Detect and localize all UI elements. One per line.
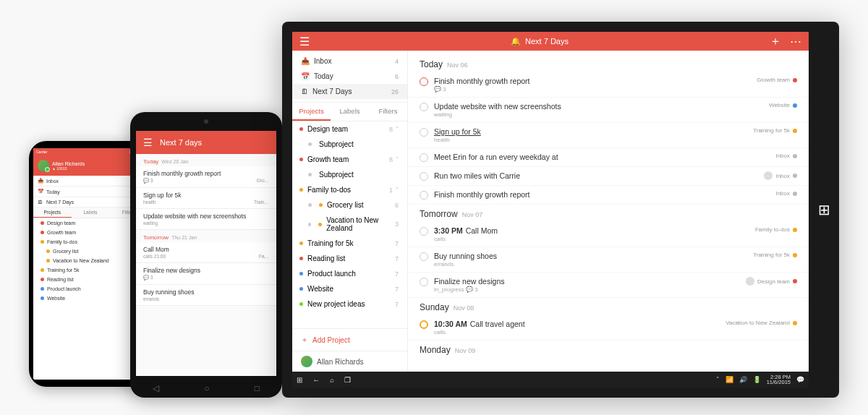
task-row[interactable]: Finish monthly growth report Inbox xyxy=(408,186,809,205)
task-title: Buy running shoes xyxy=(434,252,747,260)
tab-labels[interactable]: Labels xyxy=(72,208,110,218)
app-topbar: ☰ 🔔 Next 7 Days ＋ ⋯ xyxy=(292,32,809,51)
task-row[interactable]: Buy running shoeserrands xyxy=(136,285,276,306)
task-row[interactable]: Finish monthly growth report 💬 3 Growth … xyxy=(408,72,809,98)
task-row[interactable]: Meet Erin for a run every weekday at Inb… xyxy=(408,148,809,167)
hamburger-icon[interactable]: ☰ xyxy=(299,35,310,48)
task-row[interactable]: Run two miles with Carrie Inbox xyxy=(408,167,809,186)
project-color-dot xyxy=(793,174,797,178)
android-nav-buttons: ◁ ○ □ xyxy=(130,383,282,393)
taskview-back-icon[interactable]: ← xyxy=(312,376,320,384)
search-icon[interactable]: ⌕ xyxy=(330,376,334,384)
inbox-icon: 📥 xyxy=(301,57,310,65)
project-color-dot xyxy=(46,249,50,253)
battery-icon[interactable]: 🔋 xyxy=(753,376,761,383)
task-title: 3:30 PMCall Mom xyxy=(434,226,749,235)
bell-icon[interactable]: 🔔 xyxy=(511,37,521,46)
task-row[interactable]: Buy running shoes errands Training for 5… xyxy=(408,247,809,273)
task-row[interactable]: 10:30 AMCall travel agent calls Vacation… xyxy=(408,315,809,341)
username: Allan Richards xyxy=(52,161,85,166)
recent-icon[interactable]: □ xyxy=(255,383,260,393)
task-row[interactable]: Update website with new screenshotswaiti… xyxy=(136,209,276,230)
avatar[interactable] xyxy=(38,160,49,171)
chevron-up-icon[interactable]: ˄ xyxy=(396,156,399,163)
sidebar-nav-inbox[interactable]: 📥Inbox4 xyxy=(292,54,407,69)
task-meta: Inbox xyxy=(764,171,797,180)
chevron-up-icon[interactable]: ˄ xyxy=(396,126,399,132)
tab-projects[interactable]: Projects xyxy=(33,208,72,218)
task-row[interactable]: Call Momcalls 21:00Fa… xyxy=(136,242,276,263)
task-checkbox[interactable] xyxy=(420,191,428,200)
day-header: TomorrowThu 21 Jan xyxy=(136,230,276,242)
sidebar-project[interactable]: Training for 5k7 xyxy=(292,236,407,251)
sidebar-project[interactable]: Product launch7 xyxy=(292,266,407,281)
task-checkbox[interactable] xyxy=(420,320,428,329)
task-checkbox[interactable] xyxy=(420,128,428,137)
task-meta: Vacation to New Zealand xyxy=(726,320,797,326)
task-meta: Design team xyxy=(746,277,797,286)
task-row[interactable]: Finalize new designs💬 3 xyxy=(136,263,276,285)
task-subtext: errands xyxy=(434,261,747,268)
add-task-button[interactable]: ＋ xyxy=(770,34,781,49)
tab-filters[interactable]: Filters xyxy=(369,103,407,121)
wifi-icon[interactable]: 📶 xyxy=(726,376,733,383)
project-color-dot xyxy=(41,278,44,281)
assignee-avatar xyxy=(746,277,754,286)
home-icon[interactable]: ○ xyxy=(204,383,209,393)
task-title: Finish monthly growth report xyxy=(434,190,770,199)
task-checkbox[interactable] xyxy=(420,252,428,261)
sidebar-project[interactable]: Reading list7 xyxy=(292,251,407,266)
calendar-icon: 🗓 xyxy=(38,200,43,205)
task-checkbox[interactable] xyxy=(420,77,428,86)
project-color-dot xyxy=(41,231,44,234)
sidebar-project[interactable]: Website7 xyxy=(292,281,407,296)
tab-projects[interactable]: Projects xyxy=(292,103,331,121)
task-row[interactable]: Update website with new screenshots wait… xyxy=(408,98,809,123)
task-checkbox[interactable] xyxy=(420,103,428,111)
menu-icon[interactable]: ☰ xyxy=(143,137,153,148)
task-checkbox[interactable] xyxy=(420,172,428,181)
project-color-dot xyxy=(299,188,303,192)
sidebar-nav-next7[interactable]: 🗓Next 7 Days26 xyxy=(292,84,407,99)
sidebar-project[interactable]: Design team8˄ xyxy=(292,121,407,137)
project-color-dot xyxy=(793,228,797,232)
task-row[interactable]: Finalize new designs in_progress 💬 3 Des… xyxy=(408,273,809,298)
back-icon[interactable]: ◁ xyxy=(153,383,159,393)
avatar xyxy=(301,356,312,367)
task-checkbox[interactable] xyxy=(420,153,428,162)
volume-icon[interactable]: 🔊 xyxy=(739,376,747,383)
sidebar-project[interactable]: Growth team8˄ xyxy=(292,152,407,167)
start-icon[interactable]: ⊞ xyxy=(297,376,302,384)
more-icon[interactable]: ⋯ xyxy=(790,35,801,48)
tab-labels[interactable]: Labels xyxy=(331,103,369,121)
sidebar-project[interactable]: Subproject xyxy=(292,167,407,182)
taskbar-clock[interactable]: 2:28 PM 11/6/2015 xyxy=(767,375,791,385)
project-color-dot xyxy=(318,223,322,226)
sidebar-project[interactable]: Grocery list6 xyxy=(292,197,407,213)
task-subtext: calls xyxy=(434,236,749,242)
project-color-dot xyxy=(299,241,303,245)
task-checkbox[interactable] xyxy=(420,278,428,286)
chevron-up-icon[interactable]: ˄ xyxy=(396,187,399,193)
add-project-button[interactable]: ＋ Add Project xyxy=(292,328,407,351)
task-row[interactable]: 3:30 PMCall Mom calls Family to-dos xyxy=(408,222,809,247)
task-meta: Growth team xyxy=(757,77,797,83)
sidebar-nav-today[interactable]: 📅Today6 xyxy=(292,69,407,84)
inbox-icon: 📥 xyxy=(38,178,43,184)
task-row[interactable]: Finish monthly growth report💬 3Gro… xyxy=(136,166,276,188)
sidebar-project[interactable]: Subproject xyxy=(292,137,407,152)
tray-up-icon[interactable]: ˄ xyxy=(716,376,720,383)
task-title: Meet Erin for a run every weekday at xyxy=(434,153,770,161)
action-center-icon[interactable]: 💬 xyxy=(796,376,804,383)
task-checkbox[interactable] xyxy=(420,227,428,236)
sidebar-project[interactable]: New project ideas7 xyxy=(292,296,407,312)
sidebar-project[interactable]: Family to-dos1˄ xyxy=(292,182,407,197)
task-row[interactable]: Sign up for 5k health Training for 5k xyxy=(408,123,809,148)
project-color-dot xyxy=(41,287,44,291)
task-content[interactable]: TodayNov 06 Finish monthly growth report… xyxy=(408,51,809,372)
taskview-icon[interactable]: ❐ xyxy=(344,376,351,384)
sidebar-user[interactable]: Allan Richards xyxy=(292,351,407,372)
sidebar-project[interactable]: Vacation to New Zealand3 xyxy=(292,213,407,236)
task-row[interactable]: Sign up for 5khealthTrain… xyxy=(136,188,276,209)
sidebar: 📥Inbox4📅Today6🗓Next 7 Days26 Projects La… xyxy=(292,51,408,372)
